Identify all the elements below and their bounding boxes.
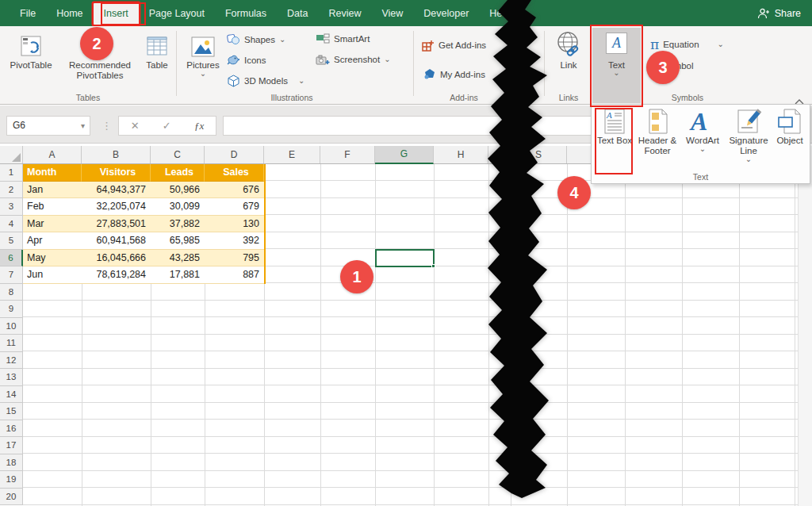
row-header-3[interactable]: 3 (0, 198, 23, 216)
tab-file[interactable]: File (10, 2, 46, 25)
column-header-G[interactable]: G (375, 146, 434, 164)
row-header-20[interactable]: 20 (0, 489, 23, 506)
table-header-cell[interactable]: Leads (151, 164, 205, 182)
my-addins-button[interactable]: My Add-ins (423, 68, 485, 80)
table-cell[interactable]: 30,099 (151, 198, 205, 216)
column-header-A[interactable]: A (23, 146, 82, 163)
insert-function-icon[interactable]: ƒx (194, 120, 204, 132)
name-box[interactable]: G6 ▾ (6, 116, 90, 136)
table-cell[interactable]: May (23, 250, 82, 267)
table-cell[interactable]: 50,966 (151, 182, 205, 199)
table-cell[interactable]: Feb (23, 198, 82, 216)
table-cell[interactable]: 887 (205, 266, 264, 284)
get-addins-button[interactable]: Get Add-ins (421, 39, 486, 52)
table-cell[interactable]: 17,881 (151, 266, 205, 284)
table-cell[interactable]: 676 (205, 182, 264, 199)
column-header-S[interactable]: S (511, 146, 567, 163)
row-header-10[interactable]: 10 (0, 318, 23, 335)
table-cell[interactable]: 795 (205, 250, 264, 267)
3d-models-button[interactable]: 3D Models ⌄ (227, 75, 304, 87)
tab-developer[interactable]: Developer (413, 2, 479, 25)
tab-home[interactable]: Home (46, 2, 93, 25)
table-header-row[interactable]: MonthVisitorsLeadsSales (23, 164, 264, 182)
column-header-C[interactable]: C (151, 146, 205, 163)
cancel-icon[interactable]: ✕ (131, 120, 140, 132)
row-header-19[interactable]: 19 (0, 471, 23, 489)
selected-cell-G6[interactable] (375, 249, 435, 267)
table-cell[interactable]: Jun (23, 266, 82, 284)
shapes-button[interactable]: Shapes ⌄ (227, 33, 285, 45)
table-row[interactable]: Mar27,883,50137,882130 (23, 216, 264, 233)
tab-view[interactable]: View (371, 2, 413, 25)
table-row[interactable]: May16,045,66643,285795 (23, 250, 264, 267)
column-header-H[interactable]: H (434, 146, 488, 163)
row-header-17[interactable]: 17 (0, 437, 23, 454)
menu-item-wordart[interactable]: AWordArt⌄ (680, 107, 726, 171)
tab-he[interactable]: He (479, 2, 512, 25)
enter-icon[interactable]: ✓ (163, 120, 171, 132)
menu-item-object[interactable]: Object (770, 107, 810, 171)
table-cell[interactable]: Jan (23, 182, 82, 199)
menu-item-signature-line[interactable]: Signature Line⌄ (724, 107, 773, 171)
table-cell[interactable]: 130 (205, 216, 264, 233)
text-button[interactable]: A Text ⌄ (592, 28, 641, 103)
row-header-14[interactable]: 14 (0, 386, 23, 404)
table-cell[interactable]: 392 (205, 232, 264, 250)
row-header-9[interactable]: 9 (0, 301, 23, 318)
name-box-dropdown-icon[interactable]: ▾ (81, 117, 85, 135)
table-cell[interactable]: 679 (205, 198, 264, 216)
row-header-2[interactable]: 2 (0, 182, 23, 199)
column-header-D[interactable]: D (205, 146, 264, 163)
menu-item-text-box[interactable]: AText Box (594, 107, 635, 171)
table-cell[interactable]: 64,943,377 (82, 182, 151, 199)
share-button[interactable]: Share (757, 0, 801, 26)
row-header-4[interactable]: 4 (0, 216, 23, 233)
table-row[interactable]: Jun78,619,28417,881887 (23, 266, 264, 284)
table-row[interactable]: Feb32,205,07430,099679 (23, 198, 264, 216)
row-header-7[interactable]: 7 (0, 266, 23, 284)
table-cell[interactable]: 16,045,666 (82, 250, 151, 267)
tab-insert[interactable]: Insert (94, 3, 139, 25)
table-cell[interactable]: 37,882 (151, 216, 205, 233)
vertical-scrollbar[interactable] (798, 146, 812, 506)
tab-page-layout[interactable]: Page Layout (139, 2, 215, 25)
link-button[interactable]: Link (550, 29, 587, 100)
pictures-button[interactable]: Pictures ⌄ (184, 29, 222, 100)
row-header-12[interactable]: 12 (0, 352, 23, 370)
table-cell[interactable]: 32,205,074 (82, 198, 151, 216)
smartart-button[interactable]: SmartArt (316, 33, 370, 44)
row-header-11[interactable]: 11 (0, 335, 23, 352)
table-cell[interactable]: 78,619,284 (82, 266, 151, 284)
row-header-16[interactable]: 16 (0, 420, 23, 438)
table-row[interactable]: Apr60,941,56865,985392 (23, 232, 264, 250)
table-cell[interactable]: Mar (23, 216, 82, 233)
row-header-1[interactable]: 1 (0, 164, 23, 182)
tab-formulas[interactable]: Formulas (215, 2, 277, 25)
row-header-18[interactable]: 18 (0, 454, 23, 472)
icons-button[interactable]: Icons (227, 54, 266, 66)
data-table[interactable]: MonthVisitorsLeadsSalesJan64,943,37750,9… (23, 164, 266, 284)
table-header-cell[interactable]: Month (23, 164, 82, 182)
column-header-F[interactable]: F (320, 146, 375, 163)
table-header-cell[interactable]: Visitors (82, 164, 151, 182)
tab-review[interactable]: Review (318, 2, 371, 25)
table-button[interactable]: Table (140, 29, 174, 100)
menu-item-header-footer[interactable]: Header & Footer (634, 107, 681, 171)
tab-data[interactable]: Data (277, 2, 318, 25)
row-header-8[interactable]: 8 (0, 284, 23, 301)
pivottable-button[interactable]: PivotTable (5, 29, 57, 100)
table-header-cell[interactable]: Sales (205, 164, 264, 182)
formula-bar-grip-icon[interactable]: ⋮ (102, 116, 112, 136)
column-header-B[interactable]: B (82, 146, 151, 163)
table-cell[interactable]: 43,285 (151, 250, 205, 267)
row-header-13[interactable]: 13 (0, 369, 23, 386)
equation-button[interactable]: π Equation ⌄ (650, 36, 724, 52)
table-cell[interactable]: 27,883,501 (82, 216, 151, 233)
table-row[interactable]: Jan64,943,37750,966676 (23, 182, 264, 199)
column-header-E[interactable]: E (264, 146, 320, 163)
table-cell[interactable]: 65,985 (151, 232, 205, 250)
fill-handle[interactable] (431, 264, 435, 268)
select-all-corner[interactable] (0, 146, 23, 163)
row-header-5[interactable]: 5 (0, 232, 23, 250)
row-header-6[interactable]: 6 (0, 250, 23, 267)
